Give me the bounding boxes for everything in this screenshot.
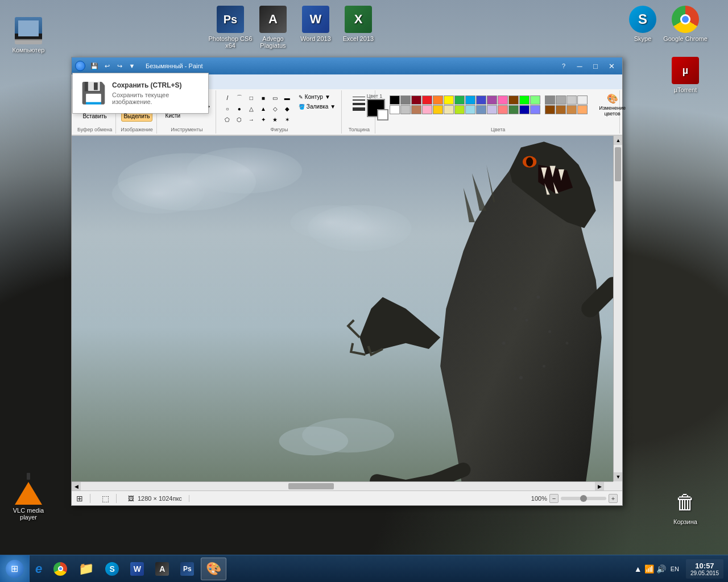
zoom-in-button[interactable]: +: [609, 494, 618, 503]
swatch-brown[interactable]: [508, 95, 519, 105]
qa-save-button[interactable]: 💾: [89, 60, 100, 72]
qa-dropdown-button[interactable]: ▼: [126, 60, 138, 72]
start-button[interactable]: ⊞: [0, 555, 30, 583]
shape-roundrect[interactable]: ▭: [270, 93, 281, 103]
shape-fill-ellipse[interactable]: ●: [234, 103, 245, 114]
desktop-icon-word[interactable]: W Word 2013: [293, 6, 338, 42]
taskbar-word[interactable]: W: [126, 558, 148, 580]
minimize-button[interactable]: ─: [572, 60, 587, 72]
scroll-up-button[interactable]: ▲: [614, 136, 622, 145]
swatch-red[interactable]: [422, 95, 432, 105]
zoom-out-button[interactable]: −: [549, 494, 559, 503]
swatch-tan[interactable]: [411, 105, 421, 114]
swatch-lightgray[interactable]: [400, 105, 411, 114]
desktop-icon-trash[interactable]: 🗑 Корзина: [663, 489, 708, 525]
contour-button[interactable]: ✎ Контур ▼: [296, 93, 338, 101]
tray-volume-icon[interactable]: 🔊: [656, 564, 666, 573]
swatch-ext4[interactable]: [577, 105, 588, 114]
help-button[interactable]: ?: [556, 60, 571, 72]
desktop-icon-vlc[interactable]: VLC media player: [6, 477, 51, 521]
zoom-slider-thumb[interactable]: [580, 495, 587, 502]
desktop-icon-chrome[interactable]: Google Chrome: [663, 6, 708, 42]
taskbar-explorer[interactable]: 📁: [74, 558, 98, 580]
swatch-yellowgreen[interactable]: [454, 105, 465, 114]
desktop-icon-utorrent[interactable]: µ µTorrent: [663, 57, 708, 93]
taskbar-advego[interactable]: A: [151, 558, 173, 580]
swatch-black[interactable]: [390, 95, 400, 105]
shape-hexagon[interactable]: ⬡: [234, 114, 245, 124]
swatch-pink[interactable]: [498, 95, 508, 105]
qa-redo-button[interactable]: ↪: [114, 60, 125, 72]
shape-line[interactable]: /: [222, 93, 233, 103]
tray-expand-icon[interactable]: ▲: [634, 564, 642, 573]
canvas-container[interactable]: ▲ ▼ ◀ ▶: [72, 136, 622, 490]
desktop-icon-excel[interactable]: X Excel 2013: [336, 6, 381, 42]
swatch-darkgreen[interactable]: [508, 105, 519, 114]
swatch-darkblue[interactable]: [519, 105, 530, 114]
scroll-thumb-vertical[interactable]: [615, 147, 621, 181]
desktop-icon-computer[interactable]: Компьютер: [6, 17, 51, 53]
desktop-icon-advego[interactable]: A Advego Plagiatus: [250, 6, 296, 49]
tray-lang[interactable]: EN: [668, 566, 681, 572]
swatch-lightgreen[interactable]: [530, 95, 540, 105]
desktop-icon-skype[interactable]: S Skype: [620, 6, 665, 42]
shape-fill-diamond[interactable]: ◆: [282, 103, 293, 114]
swatch-mid1[interactable]: [545, 95, 555, 105]
vertical-scrollbar[interactable]: ▲ ▼: [613, 136, 622, 481]
swatch-lavender[interactable]: [487, 105, 497, 114]
swatch-salmon[interactable]: [498, 105, 508, 114]
shape-fill-rect[interactable]: ■: [258, 93, 269, 103]
canvas-area[interactable]: [72, 136, 613, 481]
scroll-thumb-horizontal[interactable]: [288, 483, 334, 489]
scroll-left-button[interactable]: ◀: [72, 482, 81, 490]
swatch-cyan[interactable]: [465, 95, 475, 105]
shape-star4[interactable]: ✦: [258, 114, 269, 124]
tray-network-icon[interactable]: 📶: [644, 564, 654, 573]
close-button[interactable]: ✕: [604, 60, 619, 72]
swatch-green[interactable]: [454, 95, 465, 105]
swatch-gray[interactable]: [400, 95, 411, 105]
scroll-right-button[interactable]: ▶: [595, 482, 604, 490]
taskbar-chrome[interactable]: [49, 558, 72, 580]
taskbar-skype[interactable]: S: [101, 558, 123, 580]
color1-swatch[interactable]: [367, 99, 385, 117]
swatch-white[interactable]: [390, 105, 400, 114]
swatch-mid2[interactable]: [556, 95, 566, 105]
swatch-cream[interactable]: [444, 105, 454, 114]
fill-button[interactable]: 🪣 Заливка ▼: [296, 102, 338, 111]
taskbar-ps[interactable]: Ps: [176, 558, 198, 580]
swatch-lime[interactable]: [519, 95, 530, 105]
swatch-periwinkle[interactable]: [530, 105, 540, 114]
shape-rect[interactable]: □: [246, 93, 257, 103]
swatch-purple[interactable]: [487, 95, 497, 105]
swatch-blue[interactable]: [476, 95, 486, 105]
qa-undo-button[interactable]: ↩: [101, 60, 113, 72]
zoom-slider[interactable]: [561, 497, 606, 500]
swatch-ext2[interactable]: [556, 105, 566, 114]
clock[interactable]: 10:57 29.05.2015: [686, 559, 723, 579]
paint-canvas[interactable]: [72, 136, 613, 481]
shape-diamond[interactable]: ◇: [270, 103, 281, 114]
swatch-gold[interactable]: [433, 105, 443, 114]
shape-triangle[interactable]: △: [246, 103, 257, 114]
swatch-ext3[interactable]: [566, 105, 577, 114]
maximize-button[interactable]: □: [588, 60, 603, 72]
shape-right-arrow[interactable]: →: [246, 114, 257, 124]
swatch-orange[interactable]: [433, 95, 443, 105]
shape-pentagon[interactable]: ⬠: [222, 114, 233, 124]
taskbar-paint[interactable]: 🎨: [201, 558, 226, 580]
shape-fill-triangle[interactable]: ▲: [258, 103, 269, 114]
swatch-mid4[interactable]: [577, 95, 588, 105]
change-colors-button[interactable]: 🎨 Изменение цветов: [595, 92, 630, 118]
horizontal-scrollbar[interactable]: ◀ ▶: [72, 481, 613, 490]
shape-curve[interactable]: ⌒: [234, 93, 245, 103]
shape-star6[interactable]: ✶: [282, 114, 293, 124]
swatch-lightcyan[interactable]: [465, 105, 475, 114]
swatch-ext1[interactable]: [545, 105, 555, 114]
shape-fill-roundrect[interactable]: ▬: [282, 93, 293, 103]
swatch-steelblue[interactable]: [476, 105, 486, 114]
swatch-mid3[interactable]: [566, 95, 577, 105]
swatch-lightpink[interactable]: [422, 105, 432, 114]
swatch-darkred[interactable]: [411, 95, 421, 105]
swatch-yellow[interactable]: [444, 95, 454, 105]
